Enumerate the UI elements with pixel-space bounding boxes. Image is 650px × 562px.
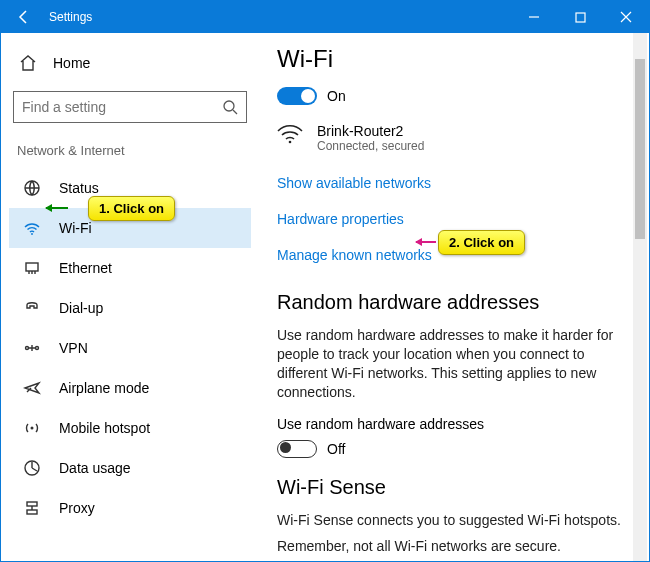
content-panel: Wi-Fi On Brink-Router2 Connected, secure… xyxy=(259,33,633,561)
ethernet-icon xyxy=(23,259,41,277)
page-title: Wi-Fi xyxy=(277,45,625,73)
sidebar-item-status[interactable]: Status xyxy=(9,168,251,208)
proxy-icon xyxy=(23,499,41,517)
wifi-icon xyxy=(23,219,41,237)
sidebar-item-vpn[interactable]: VPN xyxy=(9,328,251,368)
home-icon xyxy=(19,54,37,72)
sidebar-item-airplane[interactable]: Airplane mode xyxy=(9,368,251,408)
random-toggle-label: Use random hardware addresses xyxy=(277,416,625,432)
sidebar-item-label: Mobile hotspot xyxy=(59,420,150,436)
sidebar-item-label: Status xyxy=(59,180,99,196)
wifi-signal-icon xyxy=(277,123,303,153)
sidebar-item-datausage[interactable]: Data usage xyxy=(9,448,251,488)
home-label: Home xyxy=(53,55,90,71)
sidebar-item-label: VPN xyxy=(59,340,88,356)
maximize-icon xyxy=(575,12,586,23)
back-button[interactable] xyxy=(1,1,47,33)
network-status: Connected, secured xyxy=(317,139,424,153)
arrow-left-icon xyxy=(16,9,32,25)
sidebar-item-label: Data usage xyxy=(59,460,131,476)
minimize-icon xyxy=(528,11,540,23)
sidebar-item-dialup[interactable]: Dial-up xyxy=(9,288,251,328)
wifi-toggle-state: On xyxy=(327,88,346,104)
data-usage-icon xyxy=(23,459,41,477)
scrollbar[interactable] xyxy=(633,33,647,561)
sidebar-item-proxy[interactable]: Proxy xyxy=(9,488,251,528)
sidebar-item-label: Proxy xyxy=(59,500,95,516)
window-title: Settings xyxy=(47,10,92,24)
globe-icon xyxy=(23,179,41,197)
random-addresses-desc: Use random hardware addresses to make it… xyxy=(277,326,625,402)
svg-rect-4 xyxy=(26,263,38,271)
random-addresses-toggle[interactable] xyxy=(277,440,317,458)
current-network[interactable]: Brink-Router2 Connected, secured xyxy=(277,123,625,153)
random-toggle-state: Off xyxy=(327,441,345,457)
sidebar-item-label: Airplane mode xyxy=(59,380,149,396)
svg-point-3 xyxy=(31,233,33,235)
show-available-networks-link[interactable]: Show available networks xyxy=(277,175,431,191)
svg-point-11 xyxy=(289,141,292,144)
svg-point-1 xyxy=(224,101,234,111)
sidebar-item-label: Dial-up xyxy=(59,300,103,316)
wifi-sense-desc: Wi-Fi Sense connects you to suggested Wi… xyxy=(277,511,625,530)
sidebar-item-wifi[interactable]: Wi-Fi xyxy=(9,208,251,248)
search-input[interactable] xyxy=(22,99,222,115)
search-box[interactable] xyxy=(13,91,247,123)
svg-rect-10 xyxy=(27,510,37,514)
sidebar: Home Network & Internet Status Wi-Fi Eth… xyxy=(1,33,259,561)
sidebar-item-hotspot[interactable]: Mobile hotspot xyxy=(9,408,251,448)
svg-rect-9 xyxy=(27,502,37,506)
hotspot-icon xyxy=(23,419,41,437)
wifi-sense-note: Remember, not all Wi-Fi networks are sec… xyxy=(277,537,625,556)
scrollbar-thumb[interactable] xyxy=(635,59,645,239)
sidebar-item-label: Wi-Fi xyxy=(59,220,92,236)
dialup-icon xyxy=(23,299,41,317)
wifi-toggle[interactable] xyxy=(277,87,317,105)
wifi-sense-heading: Wi-Fi Sense xyxy=(277,476,625,499)
manage-known-networks-link[interactable]: Manage known networks xyxy=(277,247,432,263)
random-addresses-heading: Random hardware addresses xyxy=(277,291,625,314)
minimize-button[interactable] xyxy=(511,1,557,33)
maximize-button[interactable] xyxy=(557,1,603,33)
section-label: Network & Internet xyxy=(9,139,251,168)
vpn-icon xyxy=(23,339,41,357)
airplane-icon xyxy=(23,379,41,397)
network-name: Brink-Router2 xyxy=(317,123,424,139)
sidebar-item-label: Ethernet xyxy=(59,260,112,276)
svg-point-6 xyxy=(36,347,39,350)
hardware-properties-link[interactable]: Hardware properties xyxy=(277,211,404,227)
titlebar: Settings xyxy=(1,1,649,33)
search-icon xyxy=(222,99,238,115)
home-button[interactable]: Home xyxy=(9,45,251,81)
close-icon xyxy=(620,11,632,23)
svg-rect-0 xyxy=(576,13,585,22)
sidebar-item-ethernet[interactable]: Ethernet xyxy=(9,248,251,288)
svg-point-5 xyxy=(26,347,29,350)
svg-point-7 xyxy=(31,427,34,430)
close-button[interactable] xyxy=(603,1,649,33)
